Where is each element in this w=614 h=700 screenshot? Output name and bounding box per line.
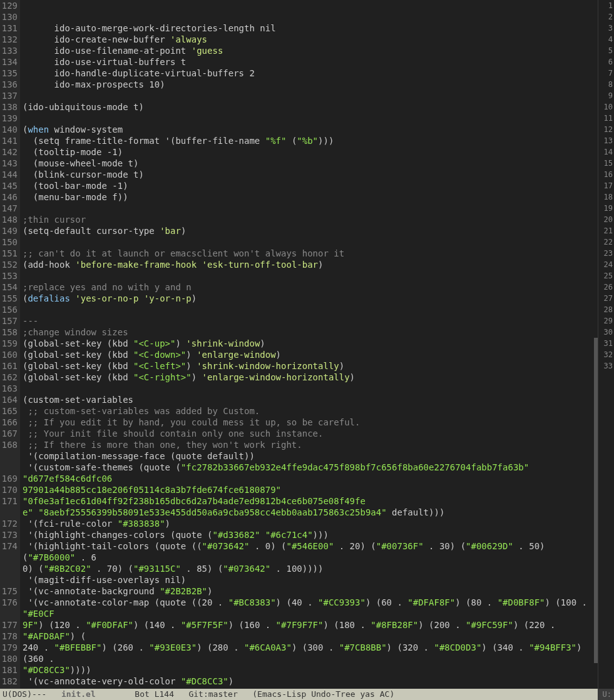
line-number: 140 bbox=[0, 124, 18, 135]
line-number: 132 bbox=[0, 34, 18, 45]
code-line[interactable]: ;; custom-set-variables was added by Cus… bbox=[20, 405, 598, 417]
line-number: 163 bbox=[0, 383, 18, 394]
code-line[interactable]: ;; can't do it at launch or emacsclient … bbox=[20, 248, 598, 259]
code-line[interactable]: (menu-bar-mode f)) bbox=[20, 191, 598, 203]
code-line[interactable]: ido-max-prospects 10) bbox=[20, 79, 598, 90]
line-number: 171 bbox=[0, 495, 18, 507]
line-number: 144 bbox=[0, 169, 18, 180]
code-line[interactable]: ↪240 . "#BFEBBF") (260 . "#93E0E3") (280… bbox=[20, 642, 598, 664]
code-line[interactable]: ido-create-new-buffer 'always bbox=[20, 34, 598, 45]
modeline-coding: U(DOS)--- bbox=[3, 689, 46, 699]
line-number: 141 bbox=[0, 135, 18, 146]
main-editor-pane: 1291301311321331341351361371381391401411… bbox=[0, 0, 598, 700]
code-line[interactable]: ido-use-filename-at-point 'guess bbox=[20, 45, 598, 56]
code-line[interactable]: '(highlight-changes-colors (quote ("#d33… bbox=[20, 529, 598, 540]
code-line[interactable]: ;; If there is more than one, they won't… bbox=[20, 439, 598, 450]
line-number: 136 bbox=[0, 79, 18, 90]
code-line[interactable]: ↪97901a44b885cc18e206f05114c8a3b7fde674f… bbox=[20, 484, 598, 507]
line-number: 139 bbox=[0, 113, 18, 124]
code-line[interactable]: ↪"#DC8CC3")))) bbox=[20, 664, 598, 676]
right-line-number: 6 bbox=[598, 56, 613, 68]
right-line-number: 12 bbox=[598, 124, 613, 135]
code-line[interactable]: (defalias 'yes-or-no-p 'y-or-n-p) bbox=[20, 293, 598, 304]
code-line[interactable]: '(compilation-message-face (quote defaul… bbox=[20, 450, 598, 462]
right-line-number: 7 bbox=[598, 68, 613, 79]
code-line[interactable]: ;change window sizes bbox=[20, 327, 598, 338]
code-line[interactable]: (when window-system bbox=[20, 124, 598, 135]
line-number: 135 bbox=[0, 68, 18, 79]
code-line[interactable]: (global-set-key (kbd "<C-right>") 'enlar… bbox=[20, 372, 598, 383]
modeline-filename: init.el bbox=[61, 689, 96, 699]
code-line[interactable]: ;thin cursor bbox=[20, 214, 598, 225]
right-line-number: 26 bbox=[598, 282, 613, 293]
code-line[interactable]: ↪e" "8aebf25556399b58091e533e455dd50a6a9… bbox=[20, 507, 598, 518]
code-line[interactable]: (tooltip-mode -1) bbox=[20, 146, 598, 158]
code-line[interactable] bbox=[20, 236, 598, 248]
code-line[interactable]: (global-set-key (kbd "<C-left>") 'shrink… bbox=[20, 360, 598, 372]
right-line-number: 24 bbox=[598, 259, 613, 270]
code-line[interactable]: ↪0) ("#8B2C02" . 70) ("#93115C" . 85) ("… bbox=[20, 563, 598, 574]
code-line[interactable]: ;replace yes and no with y and n bbox=[20, 282, 598, 293]
right-line-number: 29 bbox=[598, 315, 613, 327]
code-line[interactable]: (ido-ubiquitous-mode t) bbox=[20, 101, 598, 113]
code-line[interactable] bbox=[20, 203, 598, 214]
right-line-number: 18 bbox=[598, 191, 613, 203]
right-line-number: 4 bbox=[598, 34, 613, 45]
modeline[interactable]: U(DOS)--- init.el Bot L144 Git:master (E… bbox=[0, 689, 598, 700]
code-line[interactable]: '(highlight-tail-colors (quote (("#07364… bbox=[20, 540, 598, 563]
code-line[interactable]: (tool-bar-mode -1) bbox=[20, 180, 598, 191]
code-content[interactable]: ido-auto-merge-work-directories-length n… bbox=[20, 0, 598, 689]
line-number: 158 bbox=[0, 327, 18, 338]
right-line-number: 31 bbox=[598, 338, 613, 349]
line-number: 134 bbox=[0, 56, 18, 68]
code-line[interactable]: (setq frame-title-format '(buffer-file-n… bbox=[20, 135, 598, 146]
right-line-number: 16 bbox=[598, 169, 613, 180]
code-line[interactable] bbox=[20, 90, 598, 101]
right-line-number: 27 bbox=[598, 293, 613, 304]
line-number: 146 bbox=[0, 191, 18, 203]
code-line[interactable]: (mouse-wheel-mode t) bbox=[20, 158, 598, 169]
right-line-number: 15 bbox=[598, 158, 613, 169]
right-line-number: 9 bbox=[598, 90, 613, 101]
code-line[interactable]: '(custom-safe-themes (quote ("fc2782b336… bbox=[20, 462, 598, 484]
code-line[interactable]: ido-auto-merge-work-directories-length n… bbox=[20, 23, 598, 34]
right-line-number: 5 bbox=[598, 45, 613, 56]
line-number: 143 bbox=[0, 158, 18, 169]
right-editor-pane: 1234567891011121314151617181920212223242… bbox=[598, 0, 614, 700]
modeline-position: Bot L144 bbox=[135, 689, 174, 699]
code-line[interactable]: (blink-cursor-mode t) bbox=[20, 169, 598, 180]
right-line-number: 17 bbox=[598, 180, 613, 191]
code-line[interactable]: '(vc-annotate-very-old-color "#DC8CC3") bbox=[20, 676, 598, 687]
code-line[interactable] bbox=[20, 113, 598, 124]
line-number bbox=[0, 507, 18, 518]
code-line[interactable]: (custom-set-variables bbox=[20, 394, 598, 405]
code-line[interactable]: ;; Your init file should contain only on… bbox=[20, 428, 598, 439]
code-line[interactable]: '(vc-annotate-color-map (quote ((20 . "#… bbox=[20, 597, 598, 619]
code-line[interactable]: ↪9F") (120 . "#F0DFAF") (140 . "#5F7F5F"… bbox=[20, 619, 598, 642]
line-number: 182 bbox=[0, 676, 18, 687]
code-line[interactable]: --- bbox=[20, 315, 598, 327]
code-line[interactable]: (setq-default cursor-type 'bar) bbox=[20, 225, 598, 236]
code-line[interactable]: ido-use-virtual-buffers t bbox=[20, 56, 598, 68]
line-number bbox=[0, 462, 18, 473]
code-line[interactable]: '(vc-annotate-background "#2B2B2B") bbox=[20, 586, 598, 597]
line-number bbox=[0, 563, 18, 574]
editor-area[interactable]: 1291301311321331341351361371381391401411… bbox=[0, 0, 598, 689]
code-line[interactable]: (global-set-key (kbd "<C-up>") 'shrink-w… bbox=[20, 338, 598, 349]
code-line[interactable] bbox=[20, 383, 598, 394]
code-line[interactable] bbox=[20, 304, 598, 315]
line-number bbox=[0, 574, 18, 586]
line-number: 148 bbox=[0, 214, 18, 225]
line-number: 180 bbox=[0, 653, 18, 664]
scrollbar-thumb[interactable] bbox=[594, 338, 598, 663]
code-line[interactable]: (add-hook 'before-make-frame-hook 'esk-t… bbox=[20, 259, 598, 270]
code-line[interactable]: '(magit-diff-use-overlays nil) bbox=[20, 574, 598, 586]
code-line[interactable]: (global-set-key (kbd "<C-down>") 'enlarg… bbox=[20, 349, 598, 360]
line-number: 177 bbox=[0, 619, 18, 631]
code-line[interactable]: '(weechat-color-list (quote (unspecified… bbox=[20, 687, 598, 689]
code-line[interactable]: '(fci-rule-color "#383838") bbox=[20, 518, 598, 529]
code-line[interactable] bbox=[20, 270, 598, 282]
code-line[interactable]: ido-handle-duplicate-virtual-buffers 2 bbox=[20, 68, 598, 79]
code-line[interactable]: ;; If you edit it by hand, you could mes… bbox=[20, 417, 598, 428]
right-line-number: 23 bbox=[598, 248, 613, 259]
